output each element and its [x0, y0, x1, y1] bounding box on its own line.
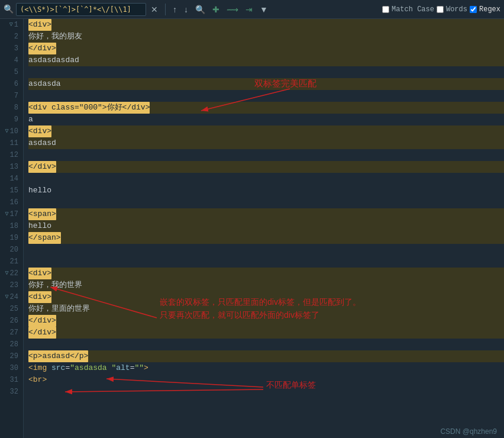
fold-icon-24[interactable]: ▽: [5, 291, 9, 303]
find-all-button[interactable]: 🔍: [193, 4, 208, 15]
code-line-9: a: [28, 114, 504, 125]
line-num-1: ▽1: [0, 19, 23, 31]
fold-icon-17[interactable]: ▽: [5, 208, 9, 220]
fold-icon-10[interactable]: ▽: [5, 125, 9, 137]
match-case-label: Match Case: [392, 5, 434, 14]
code-line-20: [28, 244, 504, 256]
line-num-10: ▽10: [0, 125, 23, 137]
line-num-12: 12: [0, 149, 23, 161]
code-line-18: hello: [28, 220, 504, 232]
line-numbers: ▽123456789▽10111213141516▽1718192021▽222…: [0, 19, 24, 438]
code-line-24: <div>: [28, 291, 504, 303]
regex-option[interactable]: Regex: [470, 5, 500, 14]
code-line-6: asdasda: [28, 78, 504, 90]
code-line-12: [28, 149, 504, 161]
line-num-17: ▽17: [0, 208, 23, 220]
code-line-4: asdasdasdad: [28, 54, 504, 66]
line-num-11: 11: [0, 137, 23, 149]
line-num-19: 19: [0, 232, 23, 244]
line-num-3: 3: [0, 43, 23, 54]
code-line-10: <div>: [28, 125, 504, 137]
search-icon[interactable]: 🔍: [4, 4, 14, 14]
code-line-30: <img src="asdasda " alt="">: [28, 362, 504, 374]
line-num-15: 15: [0, 185, 23, 197]
code-line-32: [28, 386, 504, 398]
match-case-checkbox[interactable]: [382, 6, 389, 13]
line-num-24: ▽24: [0, 291, 23, 303]
code-line-31: <br>: [28, 374, 504, 386]
code-line-19: </span>: [28, 232, 504, 244]
line-num-21: 21: [0, 256, 23, 268]
code-line-26: </div>: [28, 315, 504, 327]
words-label: Words: [446, 5, 467, 14]
nav-cols-button[interactable]: ⇥: [243, 4, 255, 15]
line-num-5: 5: [0, 66, 23, 78]
filter-button[interactable]: ▼: [257, 4, 270, 15]
next-match-button[interactable]: ↓: [182, 4, 190, 15]
line-num-8: 8: [0, 102, 23, 114]
code-line-17: <span>: [28, 208, 504, 220]
regex-label: Regex: [479, 5, 500, 14]
line-num-32: 32: [0, 386, 23, 398]
code-line-25: 你好，里面的世界: [28, 303, 504, 315]
code-line-11: asdasd: [28, 137, 504, 149]
fold-icon-22[interactable]: ▽: [5, 268, 9, 279]
line-num-27: 27: [0, 327, 23, 339]
line-num-6: 6: [0, 78, 23, 90]
code-line-22: <div>: [28, 268, 504, 279]
code-line-2: 你好，我的朋友: [28, 31, 504, 43]
line-num-26: 26: [0, 315, 23, 327]
search-input[interactable]: [16, 3, 146, 16]
line-num-20: 20: [0, 244, 23, 256]
line-num-9: 9: [0, 114, 23, 125]
code-line-7: [28, 90, 504, 102]
clear-search-button[interactable]: ✕: [148, 4, 160, 15]
separator: [165, 4, 166, 15]
words-option[interactable]: Words: [437, 5, 467, 14]
code-line-8: <div class="000">你好</div>: [28, 102, 504, 114]
nav-lines-button[interactable]: ⟿: [224, 4, 241, 15]
line-num-28: 28: [0, 339, 23, 350]
code-line-3: </div>: [28, 43, 504, 54]
code-area: ▽123456789▽10111213141516▽1718192021▽222…: [0, 19, 504, 438]
line-num-16: 16: [0, 197, 23, 208]
refresh-button[interactable]: ✚: [210, 4, 222, 15]
code-line-5: [28, 66, 504, 78]
code-line-23: 你好，我的世界: [28, 279, 504, 291]
line-num-14: 14: [0, 173, 23, 185]
line-num-25: 25: [0, 303, 23, 315]
code-line-1: <div>: [28, 19, 504, 31]
code-line-15: hello: [28, 185, 504, 197]
regex-checkbox[interactable]: [470, 6, 477, 13]
line-num-4: 4: [0, 54, 23, 66]
toolbar: 🔍 ✕ ↑ ↓ 🔍 ✚ ⟿ ⇥ ▼ Match Case Words Regex: [0, 0, 504, 19]
line-num-2: 2: [0, 31, 23, 43]
code-line-14: [28, 173, 504, 185]
code-line-21: [28, 256, 504, 268]
code-line-27: </div>: [28, 327, 504, 339]
line-num-13: 13: [0, 161, 23, 173]
code-line-13: </div>: [28, 161, 504, 173]
code-line-16: [28, 197, 504, 208]
prev-match-button[interactable]: ↑: [170, 4, 179, 15]
line-num-23: 23: [0, 279, 23, 291]
code-lines: <div> 你好，我的朋友</div>asdasdasdadasdasda<di…: [24, 19, 504, 438]
line-num-7: 7: [0, 90, 23, 102]
fold-icon-1[interactable]: ▽: [9, 19, 13, 31]
line-num-30: 30: [0, 362, 23, 374]
code-line-29: <p>asdasd</p>: [28, 350, 504, 362]
match-case-option[interactable]: Match Case: [382, 5, 434, 14]
line-num-29: 29: [0, 350, 23, 362]
code-line-28: [28, 339, 504, 350]
line-num-18: 18: [0, 220, 23, 232]
line-num-22: ▽22: [0, 268, 23, 279]
words-checkbox[interactable]: [437, 6, 444, 13]
line-num-31: 31: [0, 374, 23, 386]
